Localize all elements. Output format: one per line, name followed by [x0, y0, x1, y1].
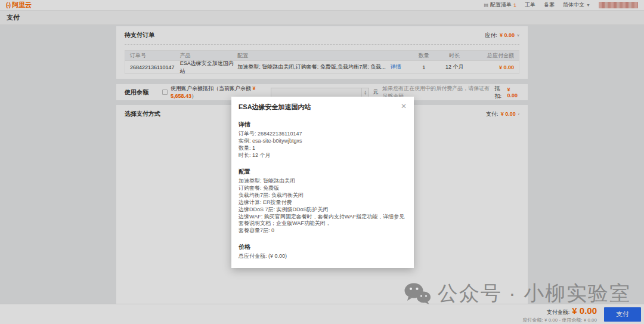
modal-title: ESA边缘安全加速国内站 — [239, 103, 311, 112]
wechat-icon — [404, 282, 431, 305]
watermark: 公众号 · 小柳实验室 — [404, 280, 631, 307]
modal-config-line: 边缘计算: ER按量付费 — [239, 199, 407, 206]
modal-price-line: 总应付金额: (¥ 0.00) — [239, 253, 407, 260]
modal-body: 详情 订单号: 268422136110147 实例: esa-site-b0i… — [231, 121, 414, 260]
modal-config-line: 负载均衡7层: 负载均衡关闭 — [239, 192, 407, 199]
modal-config-line: 订购套餐: 免费版 — [239, 185, 407, 192]
order-detail-modal: ESA边缘安全加速国内站 ✕ 详情 订单号: 268422136110147 实… — [231, 97, 414, 268]
modal-detail-line: 实例: esa-site-b0itywjbtgxs — [239, 138, 407, 144]
modal-detail-line: 订单号: 268422136110147 — [239, 131, 407, 137]
modal-detail-section-title: 详情 — [239, 121, 407, 129]
watermark-text: 公众号 · 小柳实验室 — [438, 280, 631, 307]
modal-config-line: 套餐容量7层: 0 — [239, 227, 407, 234]
modal-detail-line: 时长: 12 个月 — [239, 152, 407, 159]
modal-config-line: 加速类型: 智能路由关闭 — [239, 178, 407, 184]
modal-config-section-title: 配置 — [239, 168, 407, 176]
modal-config-line: 边缘WAF: 购买官网固定套餐时，套餐内支持WAF指定功能，详细参见套餐说明文档… — [239, 214, 407, 227]
modal-price-section-title: 价格 — [239, 243, 407, 251]
modal-detail-line: 数量: 1 — [239, 145, 407, 152]
modal-config-line: 边缘DDoS 7层: 实例级DDoS防护关闭 — [239, 206, 407, 213]
close-icon[interactable]: ✕ — [401, 103, 407, 110]
